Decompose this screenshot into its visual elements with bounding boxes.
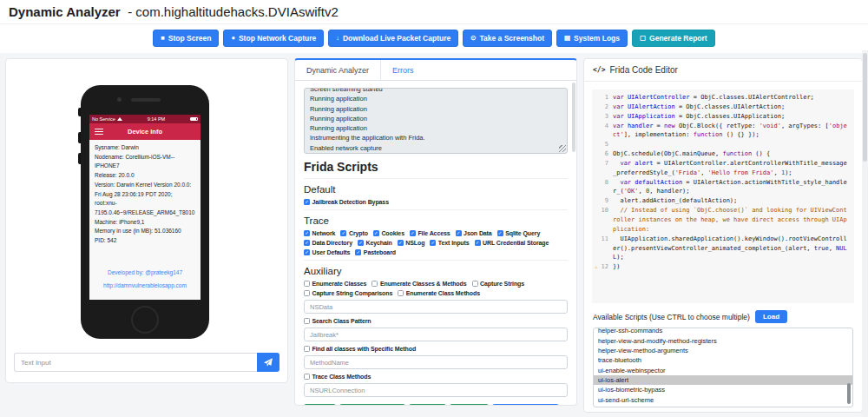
spawn-inject-button[interactable]: ◎Spawn & Inject [339,404,405,406]
checkbox-box[interactable]: ✓ [497,230,503,236]
checkbox-capture-string-comparisons[interactable]: Capture String Comparisons [304,290,392,296]
panel-scrollbar[interactable] [572,83,575,152]
checkbox-enumerate-classes[interactable]: Enumerate Classes [304,281,366,287]
checkbox-box[interactable] [304,374,310,380]
script-item-ui-enable-webinspector[interactable]: ui-enable-webinspector [594,366,852,375]
checkbox-box[interactable]: ✓ [304,240,310,246]
toolbar-button-system-logs[interactable]: ▤System Logs [556,30,628,47]
list-scrollbar[interactable] [847,383,851,404]
script-item-ui-send-url-scheme[interactable]: ui-send-url-scheme [594,395,852,405]
frida-code-editor[interactable]: 1var UIAlertController = ObjC.classes.UI… [592,89,854,303]
code-line[interactable]: 6ObjC.schedule(ObjC.mainQueue, function … [592,149,854,159]
script-item-trace-bluetooth[interactable]: trace-bluetooth [594,355,852,365]
class-pattern-input[interactable] [304,328,568,341]
checkbox-find-all-classes-with-specific-method[interactable]: Find all classes with Specific Method [304,346,416,352]
checkbox-pasteboard[interactable]: ✓Pasteboard [355,249,396,255]
checkbox-jailbreak-detection-bypass[interactable]: ✓Jailbreak Detection Bypass [304,199,389,205]
code-line[interactable]: 3var UIApplication = ObjC.classes.UIAppl… [592,112,854,122]
checkbox-text-inputs[interactable]: ✓Text Inputs [430,240,469,246]
device-link[interactable]: http://damnvulnerableiosapp.com [89,279,201,293]
checkbox-label: Data Directory [312,240,352,246]
attach-button[interactable]: ⚲Attach [450,404,489,406]
checkbox-crypto[interactable]: ✓Crypto [340,230,367,236]
checkbox-box[interactable]: ✓ [304,199,310,205]
script-item-helper-ssh-commands[interactable]: helper-ssh-commands [594,328,852,335]
toolbar-button-label: Generate Report [649,34,707,43]
checkbox-box[interactable] [304,318,310,324]
hamburger-menu-icon[interactable] [95,129,103,136]
text-input[interactable] [14,353,257,372]
checkbox-box[interactable] [398,290,404,296]
page-scrollbar[interactable] [862,50,868,417]
script-item-ui-ios-alert[interactable]: ui-ios-alert [594,375,852,385]
toolbar-button-take-a-screenshot[interactable]: ⊙Take a Screenshot [463,30,552,47]
checkbox-box[interactable]: ✓ [355,249,361,255]
tab-dynamic-analyzer[interactable]: Dynamic Analyzer [295,60,381,80]
checkbox-trace-class-methods[interactable]: Trace Class Methods [304,374,371,380]
script-item-ui-ios-biometric-bypass[interactable]: ui-ios-biometric-bypass [594,385,852,394]
code-line[interactable]: 1var UIAlertController = ObjC.classes.UI… [592,93,854,103]
code-line[interactable]: 10 // Instead of using `ObjC.choose()` a… [592,206,854,235]
device-frame: No Service 9:14 PM Device Info Sysname: … [81,85,209,339]
checkbox-box[interactable]: ✓ [358,240,364,246]
checkbox-network[interactable]: ✓Network [304,230,335,236]
load-button[interactable]: Load [755,310,787,323]
toolbar-button-stop-screen[interactable]: ■Stop Screen [153,30,219,47]
checkbox-box[interactable]: ✓ [373,230,379,236]
code-line[interactable]: 5 [592,140,854,149]
script-item-ui-trace[interactable]: ui-trace [594,405,852,407]
toolbar-button-download-live-packet-capture[interactable]: ↓Download Live Packet Capture [328,30,458,47]
checkbox-enumerate-classes-methods[interactable]: Enumerate Classes & Methods [372,281,466,287]
checkbox-box[interactable]: ✓ [398,240,404,246]
checkbox-file-access[interactable]: ✓File Access [410,230,450,236]
checkbox-user-defaults[interactable]: ✓User Defaults [304,249,350,255]
checkbox-box[interactable] [304,346,310,352]
checkbox-box[interactable] [304,281,310,287]
analyzer-log-textarea[interactable]: Screen streaming startedRunning applicat… [304,88,568,154]
checkbox-search-class-pattern[interactable]: Search Class Pattern [304,318,372,324]
checkbox-sqlite-query[interactable]: ✓Sqlite Query [497,230,541,236]
home-button[interactable] [131,306,159,334]
checkbox-enumerate-class-methods[interactable]: Enumerate Class Methods [398,290,480,296]
checkbox-json-data[interactable]: ✓Json Data [456,230,492,236]
code-line[interactable]: ⚠12}) [592,262,854,272]
checkbox-box[interactable]: ✓ [304,249,310,255]
device-link[interactable]: Developed by: @prateekg147 [89,266,201,280]
checkbox-cookies[interactable]: ✓Cookies [373,230,404,236]
checkbox-box[interactable]: ✓ [340,230,346,236]
code-line[interactable]: 4var handler = new ObjC.Block({ retType:… [592,122,854,141]
code-line[interactable]: 9 alert.addAction_(defaultAction); [592,196,854,206]
device-info-text: Sysname: DarwinNodename: Corellium-iOS-V… [89,140,201,300]
checkbox-box[interactable] [372,281,378,287]
checkbox-box[interactable] [472,281,478,287]
injected-code-button[interactable]: </>Injected Code [492,404,558,406]
script-item-helper-view-method-arguments[interactable]: helper-view-method-arguments [594,346,852,355]
inject-button[interactable]: ↻Inject [409,404,445,406]
checkbox-box[interactable]: ✓ [456,230,462,236]
class-name-input[interactable] [304,300,568,314]
checkbox-box[interactable]: ✓ [410,230,416,236]
code-line[interactable]: 2var UIAlertAction = ObjC.classes.UIAler… [592,103,854,112]
checkbox-box[interactable]: ✓ [475,240,481,246]
toolbar-button-stop-network-capture[interactable]: ●Stop Network Capture [223,30,324,47]
checkbox-nslog[interactable]: ✓NSLog [398,240,425,246]
run-button[interactable]: ▶Run [304,404,336,406]
checkbox-box[interactable] [304,290,310,296]
checkbox-data-directory[interactable]: ✓Data Directory [304,240,352,246]
available-scripts-list[interactable]: helper-ssh-commandshelper-view-and-modif… [593,328,853,407]
code-line[interactable]: 8 var defaultAction = UIAlertAction.acti… [592,178,854,197]
checkbox-capture-strings[interactable]: Capture Strings [472,281,525,287]
code-line[interactable]: 7 var alert = UIAlertController.alertCon… [592,159,854,178]
code-line[interactable]: 11 UIApplication.sharedApplication().key… [592,235,854,263]
method-name-input[interactable] [304,355,568,369]
device-screen[interactable]: No Service 9:14 PM Device Info Sysname: … [89,115,201,300]
checkbox-box[interactable]: ✓ [430,240,436,246]
script-item-helper-view-and-modify-method-registers[interactable]: helper-view-and-modify-method-registers [594,335,852,345]
checkbox-keychain[interactable]: ✓Keychain [358,240,392,246]
trace-class-input[interactable] [304,383,568,397]
tab-errors[interactable]: Errors [381,60,425,80]
send-button[interactable] [257,353,279,372]
checkbox-url-credential-storage[interactable]: ✓URL Credential Storage [475,240,549,246]
checkbox-box[interactable]: ✓ [304,230,310,236]
toolbar-button-generate-report[interactable]: ▢Generate Report [632,30,715,47]
